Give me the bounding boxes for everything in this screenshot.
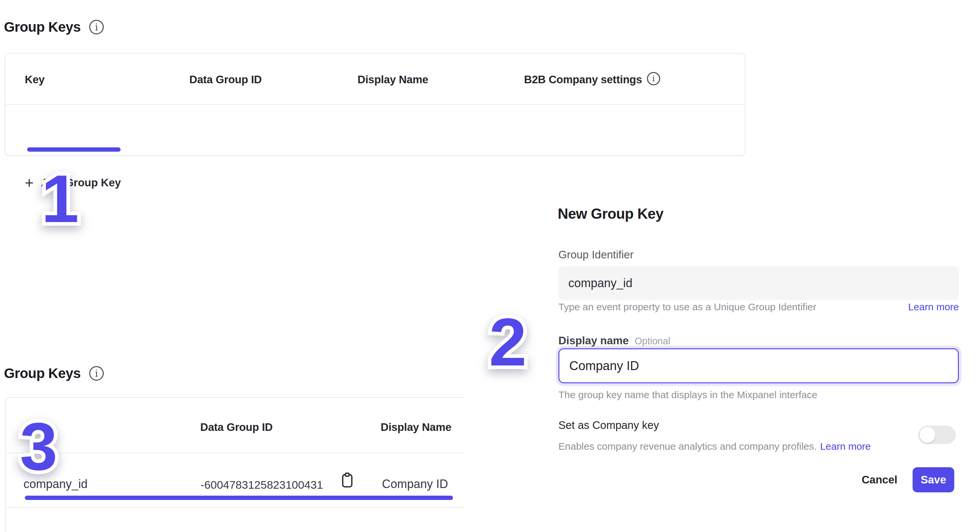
display-name-label: Display name bbox=[558, 334, 629, 347]
step-1-badge: 1 bbox=[41, 164, 79, 232]
group-identifier-label: Group Identifier bbox=[558, 248, 633, 261]
step-3-badge: 3 bbox=[20, 413, 57, 480]
column-header-display-name: Display Name bbox=[381, 421, 451, 433]
company-key-toggle[interactable] bbox=[918, 425, 956, 444]
bottom-info-icon[interactable]: i bbox=[89, 366, 104, 381]
display-name-optional-tag: Optional bbox=[635, 336, 670, 347]
row-display-name-cell: Company ID bbox=[382, 477, 448, 491]
table-header-divider bbox=[5, 104, 745, 105]
display-name-input[interactable] bbox=[558, 348, 959, 383]
info-icon[interactable]: i bbox=[89, 20, 104, 34]
company-key-helper-row: Enables company revenue analytics and co… bbox=[558, 441, 871, 452]
row-data-group-id-cell: -6004783125823100431 bbox=[200, 478, 323, 491]
b2b-info-icon[interactable]: i bbox=[647, 72, 660, 85]
group-keys-table: Key Data Group ID Display Name B2B Compa… bbox=[5, 53, 745, 156]
page-title: Group Keys bbox=[4, 19, 81, 35]
page: Group Keys i Key Data Group ID Display N… bbox=[0, 0, 980, 532]
form-title: New Group Key bbox=[558, 205, 663, 222]
column-header-data-group-id: Data Group ID bbox=[200, 421, 273, 433]
bottom-page-title: Group Keys bbox=[4, 365, 81, 381]
form-actions: Cancel Save bbox=[853, 467, 954, 492]
group-identifier-input[interactable] bbox=[558, 266, 959, 300]
toggle-knob bbox=[920, 427, 935, 443]
save-button[interactable]: Save bbox=[913, 467, 954, 492]
row-divider bbox=[6, 507, 465, 508]
plus-icon: + bbox=[25, 175, 34, 190]
group-identifier-helper: Type an event property to use as a Uniqu… bbox=[558, 301, 816, 312]
table-header-divider bbox=[6, 453, 465, 453]
step-2-badge: 2 bbox=[489, 308, 527, 376]
copy-icon[interactable] bbox=[340, 472, 355, 491]
column-header-key: Key bbox=[25, 73, 45, 86]
top-section-heading: Group Keys i bbox=[4, 19, 104, 35]
column-header-data-group-id: Data Group ID bbox=[189, 73, 262, 86]
column-header-display-name: Display Name bbox=[358, 73, 428, 86]
bottom-section-heading: Group Keys i bbox=[4, 365, 104, 381]
identifier-learn-more-link[interactable]: Learn more bbox=[908, 301, 959, 312]
company-key-helper: Enables company revenue analytics and co… bbox=[558, 441, 817, 452]
step3-highlight-underline bbox=[25, 495, 453, 500]
step1-highlight-underline bbox=[27, 147, 121, 152]
company-key-label: Set as Company key bbox=[558, 419, 659, 432]
display-name-helper: The group key name that displays in the … bbox=[558, 389, 818, 400]
display-name-label-row: Display name Optional bbox=[558, 334, 670, 347]
cancel-button[interactable]: Cancel bbox=[862, 473, 897, 486]
company-key-learn-more-link[interactable]: Learn more bbox=[820, 441, 871, 452]
group-keys-table-populated: Key Data Group ID Display Name company_i… bbox=[5, 397, 465, 532]
group-identifier-helper-row: Type an event property to use as a Uniqu… bbox=[558, 301, 959, 312]
column-header-b2b-settings: B2B Company settings bbox=[524, 73, 642, 86]
